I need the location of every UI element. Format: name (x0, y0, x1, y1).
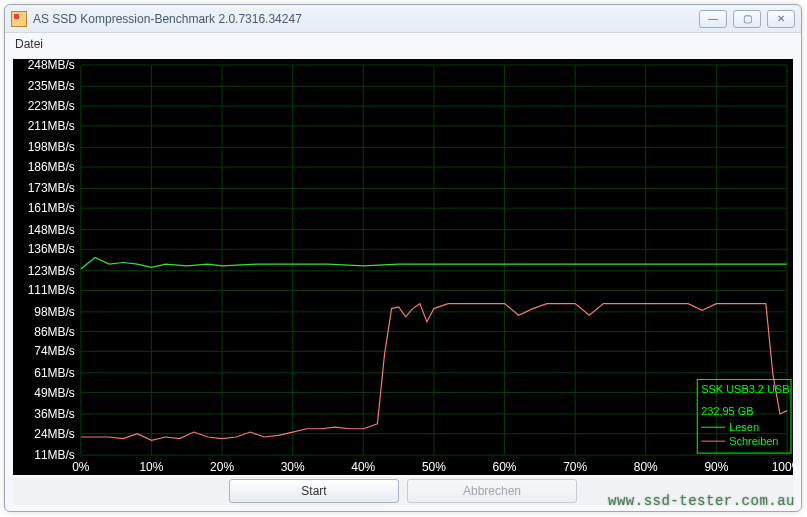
svg-text:186MB/s: 186MB/s (28, 160, 75, 174)
svg-text:70%: 70% (563, 460, 587, 474)
bottom-bar: Start Abbrechen (13, 477, 793, 505)
svg-text:11MB/s: 11MB/s (34, 448, 75, 462)
svg-text:20%: 20% (210, 460, 234, 474)
svg-text:36MB/s: 36MB/s (34, 407, 75, 421)
svg-text:98MB/s: 98MB/s (34, 305, 75, 319)
svg-text:Lesen: Lesen (729, 421, 759, 433)
maximize-button[interactable]: ▢ (733, 10, 761, 28)
benchmark-chart: 248MB/s235MB/s223MB/s211MB/s198MB/s186MB… (13, 59, 793, 475)
svg-text:211MB/s: 211MB/s (28, 119, 75, 133)
svg-text:173MB/s: 173MB/s (28, 181, 75, 195)
svg-text:49MB/s: 49MB/s (34, 386, 75, 400)
svg-text:111MB/s: 111MB/s (28, 283, 75, 297)
svg-text:60%: 60% (493, 460, 517, 474)
svg-text:100%: 100% (772, 460, 793, 474)
svg-text:235MB/s: 235MB/s (28, 79, 75, 93)
svg-text:30%: 30% (281, 460, 305, 474)
close-button[interactable]: ✕ (767, 10, 795, 28)
svg-text:50%: 50% (422, 460, 446, 474)
svg-text:90%: 90% (704, 460, 728, 474)
svg-text:24MB/s: 24MB/s (34, 427, 75, 441)
chart-panel: 248MB/s235MB/s223MB/s211MB/s198MB/s186MB… (13, 59, 793, 475)
svg-text:40%: 40% (351, 460, 375, 474)
svg-text:80%: 80% (634, 460, 658, 474)
svg-text:61MB/s: 61MB/s (34, 366, 75, 380)
svg-text:86MB/s: 86MB/s (34, 325, 75, 339)
titlebar: AS SSD Kompression-Benchmark 2.0.7316.34… (5, 5, 801, 33)
start-button[interactable]: Start (229, 479, 399, 503)
svg-text:223MB/s: 223MB/s (28, 99, 75, 113)
svg-text:232,95 GB: 232,95 GB (701, 405, 753, 417)
svg-text:Schreiben: Schreiben (729, 435, 778, 447)
svg-text:10%: 10% (139, 460, 163, 474)
svg-text:123MB/s: 123MB/s (28, 264, 75, 278)
svg-text:74MB/s: 74MB/s (34, 344, 75, 358)
svg-text:136MB/s: 136MB/s (28, 242, 75, 256)
app-window: AS SSD Kompression-Benchmark 2.0.7316.34… (4, 4, 802, 512)
app-icon (11, 11, 27, 27)
minimize-button[interactable]: — (699, 10, 727, 28)
svg-text:SSK USB3.2 USB D: SSK USB3.2 USB D (701, 383, 793, 395)
svg-text:198MB/s: 198MB/s (28, 140, 75, 154)
svg-text:248MB/s: 248MB/s (28, 59, 75, 72)
menu-file[interactable]: Datei (15, 37, 43, 51)
menubar: Datei (5, 33, 801, 55)
svg-text:148MB/s: 148MB/s (28, 223, 75, 237)
abort-button: Abbrechen (407, 479, 577, 503)
window-title: AS SSD Kompression-Benchmark 2.0.7316.34… (33, 12, 699, 26)
svg-text:161MB/s: 161MB/s (28, 201, 75, 215)
svg-text:0%: 0% (72, 460, 90, 474)
